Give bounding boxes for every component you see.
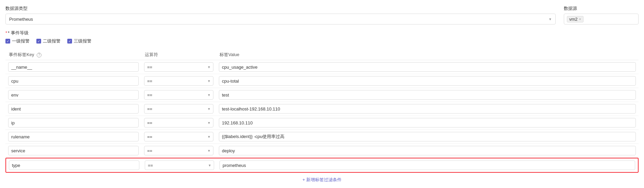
filter-op-wrapper: ==!=><>=<==~!~▼: [144, 90, 213, 100]
filter-row: ==!=><>=<==~!~▼: [5, 60, 639, 74]
filter-val-input[interactable]: [219, 118, 636, 127]
filter-key-cell: [5, 144, 141, 157]
filter-val-input[interactable]: [219, 104, 636, 114]
filter-key-cell: [5, 88, 141, 102]
filter-row: ==!=><>=<==~!~▼: [5, 88, 639, 102]
filter-val-input[interactable]: [219, 76, 636, 86]
filter-val-input[interactable]: [219, 90, 636, 100]
filter-val-input[interactable]: [219, 62, 636, 72]
filter-row: ==!=><>=<==~!~▼: [5, 158, 639, 173]
filter-op-select[interactable]: ==!=><>=<==~!~: [144, 118, 213, 127]
filter-rows-container: ==!=><>=<==~!~▼==!=><>=<==~!~▼==!=><>=<=…: [5, 60, 639, 173]
filter-val-cell: [217, 158, 638, 172]
filter-op-cell: ==!=><>=<==~!~▼: [141, 144, 216, 157]
col-op-header: 运算符: [141, 52, 216, 58]
filter-val-cell: [216, 60, 639, 74]
filter-op-wrapper: ==!=><>=<==~!~▼: [144, 62, 213, 72]
filter-op-cell: ==!=><>=<==~!~▼: [141, 130, 216, 143]
filter-key-input[interactable]: [8, 62, 139, 72]
datasource-label: 数据源: [564, 5, 639, 12]
required-star: *: [5, 30, 7, 35]
datasource-type-section: 数据源类型 Prometheus ▼: [5, 5, 556, 24]
filter-op-wrapper: ==!=><>=<==~!~▼: [144, 104, 213, 114]
datasource-type-select-wrapper[interactable]: Prometheus ▼: [5, 14, 556, 24]
filter-op-cell: ==!=><>=<==~!~▼: [141, 60, 216, 74]
filter-row: ==!=><>=<==~!~▼: [5, 102, 639, 116]
checkbox-1-check-icon: ✓: [5, 39, 10, 44]
filter-op-select[interactable]: ==!=><>=<==~!~: [144, 90, 213, 100]
filter-val-cell: [216, 116, 639, 130]
datasource-type-select[interactable]: Prometheus: [9, 17, 552, 22]
filter-op-wrapper: ==!=><>=<==~!~▼: [144, 118, 213, 127]
alarm-level-2-label: 二级报警: [43, 38, 60, 44]
filter-op-cell: ==!=><>=<==~!~▼: [141, 102, 216, 116]
alarm-level-3-checkbox[interactable]: ✓ 三级报警: [67, 38, 91, 44]
filter-key-input[interactable]: [8, 90, 139, 100]
filter-op-select[interactable]: ==!=><>=<==~!~: [144, 132, 213, 141]
filter-op-cell: ==!=><>=<==~!~▼: [141, 74, 216, 88]
filter-val-input[interactable]: [219, 132, 636, 141]
filter-op-cell: ==!=><>=<==~!~▼: [142, 158, 217, 172]
col-key-header: 事件标签Key ?: [5, 52, 141, 58]
filter-row: ==!=><>=<==~!~▼: [5, 144, 639, 158]
filter-key-input[interactable]: [8, 118, 139, 127]
key-info-icon[interactable]: ?: [37, 53, 41, 57]
filter-val-cell: [216, 74, 639, 88]
filter-op-wrapper: ==!=><>=<==~!~▼: [144, 146, 213, 155]
datasource-section: 数据源 vm2 ×: [564, 5, 639, 24]
alarm-level-3-label: 三级报警: [74, 38, 91, 44]
add-filter-row: + 新增标签过滤条件: [5, 173, 639, 187]
filter-row: ==!=><>=<==~!~▼: [5, 130, 639, 144]
filter-val-cell: [216, 88, 639, 102]
filter-key-cell: [5, 130, 141, 143]
filter-key-input[interactable]: [9, 160, 139, 170]
alarm-level-checkboxes: ✓ 一级报警 ✓ 二级报警 ✓ 三级报警: [5, 38, 639, 44]
datasource-tag: vm2 ×: [567, 16, 584, 22]
datasource-type-label: 数据源类型: [5, 5, 556, 12]
filter-val-input[interactable]: [220, 160, 635, 170]
filter-key-cell: [5, 60, 141, 74]
filter-val-cell: [216, 144, 639, 157]
filter-key-input[interactable]: [8, 146, 139, 155]
filter-key-cell: [5, 116, 141, 130]
filter-key-input[interactable]: [8, 132, 139, 141]
add-filter-button[interactable]: + 新增标签过滤条件: [302, 177, 342, 183]
filter-row: ==!=><>=<==~!~▼: [5, 74, 639, 88]
filter-op-cell: ==!=><>=<==~!~▼: [141, 116, 216, 130]
filter-row: ==!=><>=<==~!~▼: [5, 116, 639, 130]
filter-key-cell: [5, 102, 141, 116]
filter-table-header: 事件标签Key ? 运算符 标签Value: [5, 50, 639, 60]
filter-key-cell: [5, 74, 141, 88]
datasource-tag-value: vm2: [569, 17, 578, 22]
filter-val-cell: [216, 102, 639, 116]
filter-key-cell: [6, 158, 142, 172]
filter-op-select[interactable]: ==!=><>=<==~!~: [144, 104, 213, 114]
datasource-tags-container[interactable]: vm2 ×: [564, 14, 639, 24]
filter-op-select[interactable]: ==!=><>=<==~!~: [144, 62, 213, 72]
alarm-level-2-checkbox[interactable]: ✓ 二级报警: [36, 38, 60, 44]
filter-key-input[interactable]: [8, 104, 139, 114]
filter-op-cell: ==!=><>=<==~!~▼: [141, 88, 216, 102]
filter-op-select[interactable]: ==!=><>=<==~!~: [144, 146, 213, 155]
filter-val-cell: [216, 130, 639, 143]
alarm-level-section: ** 事件等级 ✓ 一级报警 ✓ 二级报警 ✓ 三级报警: [5, 30, 639, 44]
alarm-level-label: ** 事件等级: [5, 30, 639, 36]
filter-val-input[interactable]: [219, 146, 636, 155]
filter-op-wrapper: ==!=><>=<==~!~▼: [145, 160, 214, 170]
checkbox-2-check-icon: ✓: [36, 39, 41, 44]
checkbox-3-check-icon: ✓: [67, 39, 72, 44]
filter-op-select[interactable]: ==!=><>=<==~!~: [144, 76, 213, 86]
datasource-tag-close-icon[interactable]: ×: [579, 17, 581, 21]
filter-op-wrapper: ==!=><>=<==~!~▼: [144, 132, 213, 141]
alarm-level-1-label: 一级报警: [12, 38, 30, 44]
filter-op-select[interactable]: ==!=><>=<==~!~: [145, 160, 214, 170]
alarm-level-1-checkbox[interactable]: ✓ 一级报警: [5, 38, 30, 44]
col-val-header: 标签Value: [216, 52, 639, 58]
filter-op-wrapper: ==!=><>=<==~!~▼: [144, 76, 213, 86]
filter-key-input[interactable]: [8, 76, 139, 86]
